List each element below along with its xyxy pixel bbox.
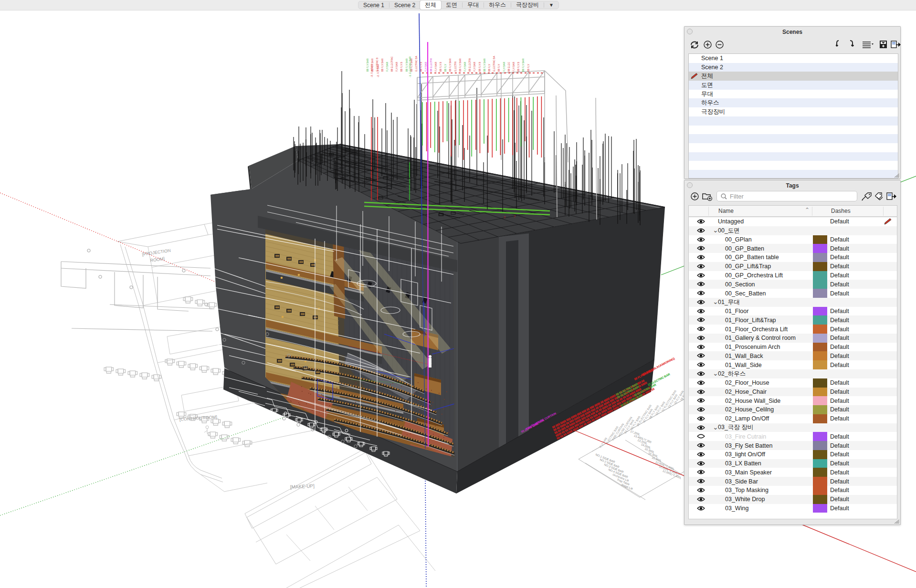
svg-text:[PROJECTION: [PROJECTION (142, 248, 171, 257)
svg-text:88 ELECTRI: 88 ELECTRI (468, 58, 471, 72)
svg-text:FLY BAR: FLY BAR (463, 62, 466, 72)
svg-text:88 FLY: 88 FLY (444, 64, 447, 72)
svg-text:?: ? (514, 215, 516, 218)
svg-text:88 FLY BAR: 88 FLY BAR (405, 58, 408, 72)
svg-text:88 FLY B: 88 FLY B (517, 62, 520, 72)
svg-text:88 FLY: 88 FLY (527, 64, 530, 72)
svg-text:88 FLY BAR: 88 FLY BAR (459, 58, 462, 72)
svg-text:-2. FLY BAR: -2. FLY BAR (377, 64, 379, 77)
svg-text:ELECTRIC BA: ELECTRIC BA (493, 56, 495, 72)
svg-text:88 FLY BAR: 88 FLY BAR (483, 58, 486, 72)
svg-text:ROOM]: ROOM] (150, 256, 165, 263)
svg-text:FLY BAR: FLY BAR (512, 62, 515, 72)
svg-text:88 FLY BAR: 88 FLY BAR (381, 58, 384, 72)
svg-text:88 FLY BAR: 88 FLY BAR (522, 58, 525, 72)
svg-text:88 FLY BAR: 88 FLY BAR (366, 58, 369, 72)
svg-text:88 FLY: 88 FLY (497, 64, 500, 72)
svg-text:FLY BAR: FLY BAR (424, 62, 427, 72)
svg-text:88 FLY B: 88 FLY B (400, 62, 403, 72)
svg-text:-3. FLY BAR: -3. FLY BAR (370, 64, 373, 77)
svg-text:ELECTRI: ELECTRI (454, 62, 457, 72)
svg-text:?: ? (504, 216, 505, 219)
svg-text:ELECTRIC BA: ELECTRIC BA (415, 56, 418, 72)
svg-text:-1. ELECTRIC BAR: -1. ELECTRIC BAR (409, 56, 411, 77)
svg-text:FLY BAR: FLY BAR (395, 62, 398, 72)
svg-text:FLY BAR: FLY BAR (386, 62, 389, 72)
svg-text:88 FLY B: 88 FLY B (478, 62, 481, 72)
svg-text:FLY BAR: FLY BAR (434, 62, 437, 72)
svg-text:88 FLY B: 88 FLY B (439, 62, 442, 72)
svg-text:88 FLY: 88 FLY (488, 64, 491, 72)
svg-text:FLY BAR: FLY BAR (503, 62, 505, 72)
svg-text:FLY BAR: FLY BAR (473, 62, 476, 72)
svg-text:[MAKE-UP]: [MAKE-UP] (290, 483, 315, 490)
svg-text:88 ELECTRI: 88 ELECTRI (430, 58, 432, 72)
svg-text:88 ELECTRIC: 88 ELECTRIC (390, 56, 393, 72)
svg-text:88 ELEC: 88 ELEC (507, 62, 510, 72)
svg-text:88 FLY BAR: 88 FLY BAR (449, 58, 452, 72)
